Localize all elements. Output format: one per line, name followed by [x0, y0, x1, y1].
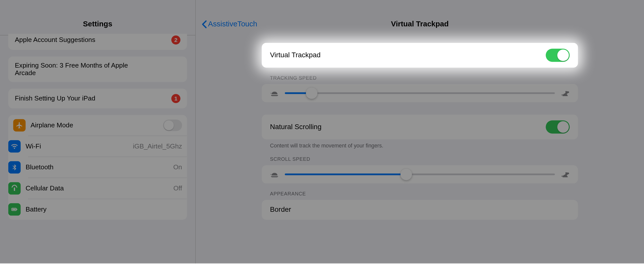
settings-sidebar: Settings Apple Account Suggestions 2 Exp…	[0, 0, 196, 263]
airplane-toggle[interactable]	[163, 120, 182, 131]
natural-scrolling-footer: Content will track the movement of your …	[262, 139, 578, 149]
airplane-icon	[13, 119, 26, 131]
scroll-speed-group	[262, 165, 578, 183]
cellular-label: Cellular Data	[26, 185, 64, 192]
sidebar-item-airplane[interactable]: Airplane Mode	[8, 115, 187, 136]
cellular-value: Off	[173, 185, 182, 192]
chevron-left-icon	[202, 20, 207, 28]
nav-bar: AssistiveTouch Virtual Trackpad	[196, 0, 644, 35]
svg-rect-1	[12, 209, 16, 210]
airplane-label: Airplane Mode	[30, 122, 73, 129]
battery-label: Battery	[26, 206, 47, 213]
bluetooth-label: Bluetooth	[26, 164, 54, 171]
tortoise-icon	[270, 171, 279, 178]
apple-account-suggestions-label: Apple Account Suggestions	[15, 36, 95, 44]
tracking-speed-header: TRACKING SPEED	[262, 68, 578, 84]
wifi-settings-icon	[8, 140, 21, 152]
tracking-speed-thumb[interactable]	[306, 87, 318, 99]
virtual-trackpad-group: Virtual Trackpad	[262, 43, 578, 68]
appearance-group: Border	[262, 200, 578, 220]
natural-scrolling-label: Natural Scrolling	[270, 123, 321, 131]
settings-title: Settings	[0, 0, 195, 35]
virtual-trackpad-toggle[interactable]	[546, 49, 570, 62]
arcade-promo-label: Expiring Soon: 3 Free Months of Apple Ar…	[15, 62, 139, 77]
virtual-trackpad-row[interactable]: Virtual Trackpad	[262, 43, 578, 68]
natural-scrolling-group: Natural Scrolling	[262, 115, 578, 139]
arcade-promo-card[interactable]: Expiring Soon: 3 Free Months of Apple Ar…	[8, 57, 187, 82]
sidebar-item-cellular[interactable]: Cellular Data Off	[28, 178, 187, 199]
battery-settings-icon	[8, 203, 21, 216]
tortoise-icon	[270, 90, 279, 96]
scroll-speed-thumb[interactable]	[400, 169, 412, 180]
page-title: Virtual Trackpad	[391, 20, 449, 28]
natural-scrolling-row[interactable]: Natural Scrolling	[262, 115, 578, 139]
border-row[interactable]: Border	[262, 200, 578, 220]
tracking-speed-slider[interactable]	[262, 84, 578, 102]
finish-setup-badge: 1	[171, 94, 180, 103]
virtual-trackpad-label: Virtual Trackpad	[270, 51, 320, 59]
detail-pane: AssistiveTouch Virtual Trackpad Virtual …	[196, 0, 644, 263]
bluetooth-value: On	[173, 164, 182, 171]
tracking-speed-group	[262, 84, 578, 102]
sidebar-item-bluetooth[interactable]: Bluetooth On	[28, 157, 187, 178]
natural-scrolling-toggle[interactable]	[546, 120, 570, 134]
scroll-speed-header: SCROLL SPEED	[262, 149, 578, 165]
cellular-icon	[8, 182, 21, 194]
back-button[interactable]: AssistiveTouch	[202, 20, 257, 28]
sidebar-item-battery[interactable]: Battery	[28, 199, 187, 220]
suggestions-count-badge: 2	[171, 35, 180, 44]
apple-account-suggestions-card[interactable]: Apple Account Suggestions 2	[8, 34, 187, 50]
hare-icon	[561, 171, 570, 178]
wifi-label: Wi-Fi	[26, 143, 41, 150]
appearance-header: APPEARANCE	[262, 183, 578, 200]
wifi-value: iGB_Airtel_5Ghz	[133, 143, 182, 150]
finish-setup-card[interactable]: Finish Setting Up Your iPad 1	[8, 89, 187, 109]
sidebar-item-wifi[interactable]: Wi-Fi iGB_Airtel_5Ghz	[28, 136, 187, 157]
connectivity-card: Airplane Mode Wi-Fi iGB_Airtel_5Ghz	[8, 115, 187, 220]
border-label: Border	[270, 206, 291, 214]
scroll-speed-slider[interactable]	[262, 165, 578, 183]
svg-rect-2	[17, 209, 17, 210]
bluetooth-icon	[8, 161, 21, 174]
back-label: AssistiveTouch	[208, 20, 257, 28]
hare-icon	[561, 90, 570, 96]
finish-setup-label: Finish Setting Up Your iPad	[15, 95, 95, 102]
